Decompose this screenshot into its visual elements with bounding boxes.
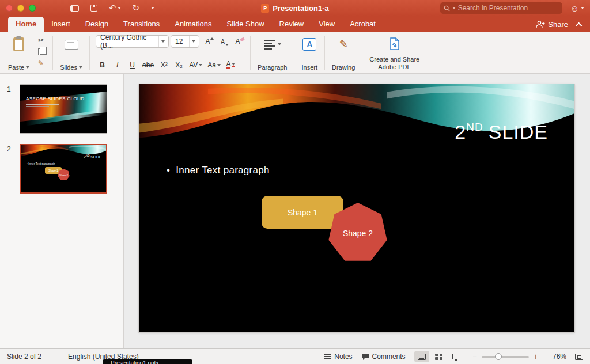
shrink-font-button[interactable]: A (216, 36, 229, 48)
copy-button[interactable] (35, 47, 47, 56)
feedback-button[interactable]: ☺ (570, 3, 584, 13)
collapse-ribbon-button[interactable] (576, 22, 582, 28)
customize-toolbar-button[interactable] (151, 7, 154, 9)
tab-insert[interactable]: Insert (44, 17, 78, 32)
tab-home[interactable]: Home (8, 17, 44, 32)
smiley-icon: ☺ (570, 3, 579, 13)
subscript-button[interactable]: X₂ (172, 59, 186, 71)
tab-animations[interactable]: Animations (167, 17, 219, 32)
slide-2-editor[interactable]: 2NDSLIDE •Inner Text paragraph Shape 1 S… (139, 84, 574, 332)
save-button[interactable] (90, 5, 97, 12)
new-slide-button[interactable]: Slides (56, 35, 86, 71)
font-size-combobox[interactable]: 12 (171, 35, 199, 48)
powerpoint-file-icon: P (261, 4, 269, 13)
grow-font-button[interactable]: A (201, 36, 214, 48)
window-controls (6, 5, 36, 12)
zoom-slider[interactable] (482, 356, 529, 358)
paste-label: Paste (8, 64, 24, 71)
paste-button[interactable]: Paste (5, 35, 33, 71)
view-switcher (414, 351, 464, 362)
fit-slide-to-window-button[interactable] (575, 354, 583, 360)
minimize-button[interactable] (17, 5, 24, 12)
notes-button[interactable]: Notes (324, 352, 352, 361)
toggle-sidebar-button[interactable] (70, 5, 79, 12)
close-button[interactable] (6, 5, 13, 12)
shrink-font-icon: A (221, 39, 225, 45)
format-painter-button[interactable]: ✎ (35, 59, 47, 68)
redo-button[interactable]: ↻ (133, 3, 140, 13)
italic-button[interactable]: I (111, 59, 124, 71)
dock-file-name: Presentation1.pptx (103, 359, 192, 364)
search-input[interactable]: Search in Presentation (440, 2, 562, 14)
character-spacing-button[interactable]: AV (187, 59, 204, 71)
ribbon: Paste ✂ ✎ Slides Century Gothic (B... 12… (0, 32, 590, 74)
slide-show-button[interactable] (449, 351, 464, 362)
clipboard-tools: ✂ ✎ (33, 35, 49, 71)
chevron-down-icon (189, 36, 196, 47)
drawing-label: Drawing (332, 64, 355, 71)
scissors-icon: ✂ (38, 36, 44, 44)
slide-canvas[interactable]: 2NDSLIDE •Inner Text paragraph Shape 1 S… (124, 74, 590, 348)
font-color-button[interactable]: A (224, 59, 237, 71)
underline-button[interactable]: U (126, 59, 139, 71)
clear-formatting-icon: A (236, 37, 240, 46)
slide-number: 2 (7, 144, 20, 194)
shape-1-rounded-rectangle[interactable]: Shape 1 (262, 196, 343, 229)
notes-icon (324, 354, 331, 359)
notes-label: Notes (334, 352, 352, 361)
bold-label: B (100, 61, 105, 69)
adobe-pdf-button[interactable]: Create and Share Adobe PDF (366, 35, 423, 71)
tab-review[interactable]: Review (272, 17, 312, 32)
paragraph-lines-icon (264, 40, 275, 50)
comments-button[interactable]: Comments (361, 352, 406, 361)
redo-icon: ↻ (133, 3, 140, 13)
font-name-value: Century Gothic (B... (100, 33, 156, 50)
slide-2-thumbnail[interactable]: 2ND SLIDE • Inner Text paragraph Shape 1… (20, 144, 107, 194)
search-scope-dropdown-icon[interactable] (452, 7, 456, 9)
change-case-label: Aa (207, 61, 216, 69)
status-bar: Slide 2 of 2 English (United States) Not… (0, 348, 590, 364)
tab-design[interactable]: Design (78, 17, 116, 32)
new-slide-icon (65, 40, 78, 50)
clear-formatting-button[interactable]: A (231, 36, 244, 48)
zoom-out-button[interactable]: − (472, 352, 477, 361)
slide-sorter-view-button[interactable] (432, 351, 447, 362)
tab-view[interactable]: View (311, 17, 342, 32)
format-painter-icon: ✎ (38, 59, 44, 67)
chevron-down-icon (26, 66, 29, 69)
insert-button[interactable]: A Insert (298, 35, 321, 71)
paragraph-button[interactable]: Paragraph (254, 35, 290, 71)
slide-bullet-text[interactable]: •Inner Text paragraph (167, 165, 270, 176)
bullet-marker: • (167, 165, 170, 176)
sidebar-icon (70, 5, 79, 12)
zoom-slider-thumb[interactable] (495, 353, 502, 360)
divider (294, 36, 294, 70)
normal-view-button[interactable] (414, 351, 429, 362)
slide-1-thumbnail[interactable]: ASPOSE.SLIDES CLOUD (20, 84, 107, 134)
drawing-button[interactable]: ✎ Drawing (328, 35, 358, 71)
comments-icon (361, 353, 369, 361)
divider (362, 36, 362, 70)
slide-count-status: Slide 2 of 2 (7, 352, 41, 361)
paragraph-label: Paragraph (258, 64, 287, 71)
font-name-combobox[interactable]: Century Gothic (B... (96, 35, 169, 48)
bold-button[interactable]: B (96, 59, 109, 71)
change-case-button[interactable]: Aa (206, 59, 222, 71)
main-area: 1 ASPOSE.SLIDES CLOUD 2 2ND SLIDE • Inne… (0, 74, 590, 348)
chevron-down-icon (278, 43, 281, 46)
slide-title-text[interactable]: 2NDSLIDE (455, 121, 548, 143)
cut-button[interactable]: ✂ (35, 36, 47, 45)
chevron-down-icon (151, 7, 154, 9)
tab-acrobat[interactable]: Acrobat (342, 17, 383, 32)
tab-slide-show[interactable]: Slide Show (220, 17, 272, 32)
share-button[interactable]: Share (536, 20, 568, 29)
zoom-in-button[interactable]: + (534, 352, 538, 361)
slide-thumbnail-panel[interactable]: 1 ASPOSE.SLIDES CLOUD 2 2ND SLIDE • Inne… (0, 74, 124, 348)
fullscreen-button[interactable] (29, 5, 36, 12)
zoom-percentage[interactable]: 76% (547, 352, 566, 361)
undo-button[interactable]: ↶ (109, 3, 121, 13)
strikethrough-button[interactable]: abe (141, 59, 156, 71)
tab-transitions[interactable]: Transitions (116, 17, 167, 32)
superscript-button[interactable]: X² (157, 59, 171, 71)
insert-text-icon: A (302, 38, 316, 51)
